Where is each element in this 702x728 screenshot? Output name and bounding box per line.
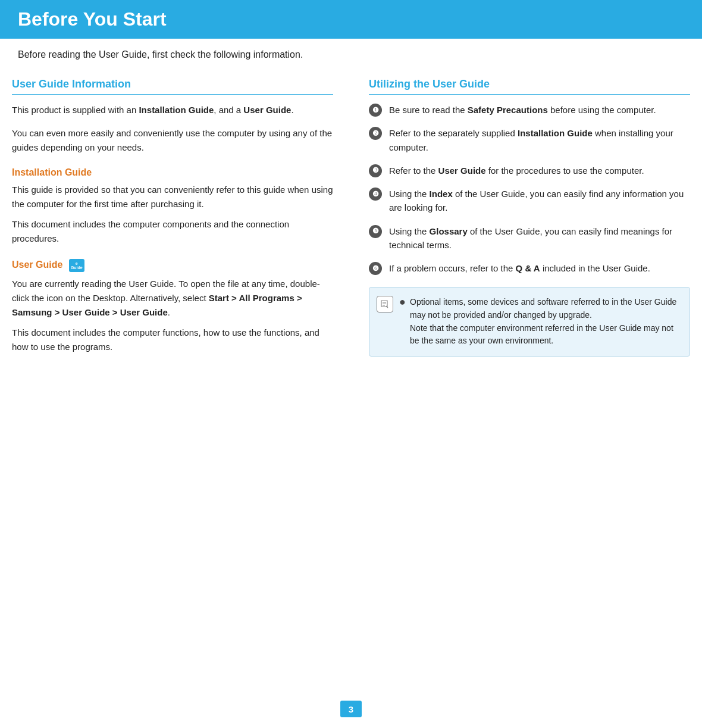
note-text: Optional items, some devices and softwar…: [410, 296, 680, 348]
list-item-text-2: Refer to the separately supplied Install…: [389, 126, 690, 154]
note-content: ● Optional items, some devices and softw…: [399, 296, 680, 348]
bullet-dot: ●: [399, 296, 406, 309]
right-section-title: Utilizing the User Guide: [369, 78, 690, 95]
list-item: ❷ Refer to the separately supplied Insta…: [369, 126, 690, 154]
intro-text-1: This product is supplied with an: [12, 105, 139, 115]
user-guide-para1: You are currently reading the User Guide…: [12, 277, 333, 320]
page-title: Before You Start: [18, 8, 684, 30]
installation-guide-para2: This document includes the computer comp…: [12, 217, 333, 246]
page-number: 3: [340, 701, 362, 717]
left-column: User Guide Information This product is s…: [12, 78, 339, 360]
intro-text: Before reading the User Guide, first che…: [0, 49, 702, 60]
circle-number-1: ❶: [369, 104, 382, 117]
two-column-layout: User Guide Information This product is s…: [0, 78, 702, 360]
user-guide-para2: This document includes the computer func…: [12, 326, 333, 354]
list-item-text-6: If a problem occurs, refer to the Q & A …: [389, 261, 690, 275]
guide-icon: e Guide: [69, 259, 84, 272]
list-item: ❸ Refer to the User Guide for the proced…: [369, 164, 690, 177]
user-guide-title: User Guide e Guide: [12, 259, 333, 272]
intro-text-2: , and a: [214, 105, 243, 115]
circle-number-6: ❻: [369, 262, 382, 275]
list-item: ❹ Using the Index of the User Guide, you…: [369, 187, 690, 215]
left-intro-para2: You can even more easily and convenientl…: [12, 126, 333, 154]
list-item: ❶ Be sure to read the Safety Precautions…: [369, 103, 690, 117]
circle-number-4: ❹: [369, 188, 382, 201]
intro-bold-1: Installation Guide: [139, 105, 214, 115]
list-item: ❻ If a problem occurs, refer to the Q & …: [369, 261, 690, 275]
circle-number-3: ❸: [369, 164, 382, 177]
installation-guide-title: Installation Guide: [12, 167, 333, 178]
list-item-text-1: Be sure to read the Safety Precautions b…: [389, 103, 690, 117]
list-item-text-5: Using the Glossary of the User Guide, yo…: [389, 224, 690, 252]
left-intro-para1: This product is supplied with an Install…: [12, 103, 333, 117]
circle-number-2: ❷: [369, 127, 382, 140]
intro-text-3: .: [291, 105, 293, 115]
note-box: ● Optional items, some devices and softw…: [369, 287, 690, 357]
list-item-text-4: Using the Index of the User Guide, you c…: [389, 187, 690, 215]
installation-guide-para1: This guide is provided so that you can c…: [12, 183, 333, 211]
note-icon: [377, 296, 393, 313]
left-section-title: User Guide Information: [12, 78, 333, 95]
list-item-text-3: Refer to the User Guide for the procedur…: [389, 164, 690, 177]
right-column: Utilizing the User Guide ❶ Be sure to re…: [363, 78, 690, 360]
utilizing-list: ❶ Be sure to read the Safety Precautions…: [369, 103, 690, 275]
circle-number-5: ❺: [369, 225, 382, 238]
page-header: Before You Start: [0, 0, 702, 39]
list-item: ❺ Using the Glossary of the User Guide, …: [369, 224, 690, 252]
intro-bold-2: User Guide: [243, 105, 291, 115]
